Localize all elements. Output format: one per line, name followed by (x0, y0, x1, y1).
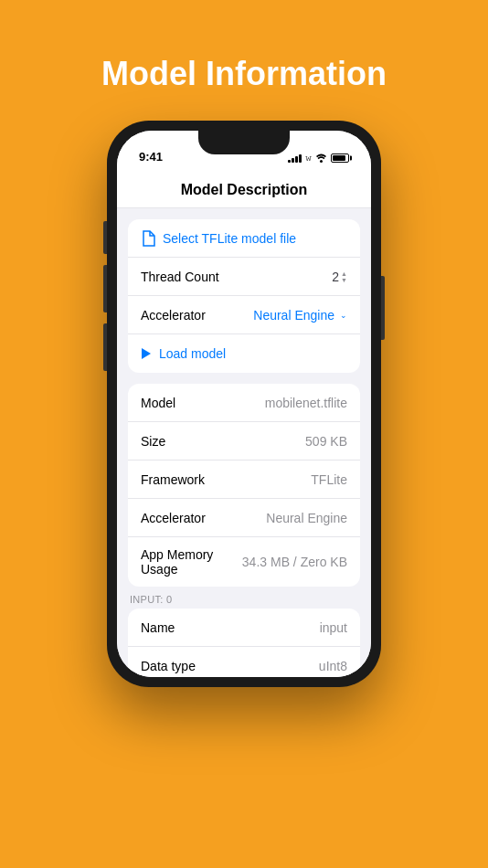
power-button (381, 276, 385, 340)
thread-count-stepper[interactable]: ▲ ▼ (341, 270, 347, 283)
select-file-label: Select TFLite model file (163, 231, 296, 246)
file-icon (141, 230, 155, 247)
memory-value: 34.3 MB / Zero KB (242, 555, 347, 569)
input-name-value: input (320, 620, 347, 635)
load-model-row[interactable]: Load model (128, 334, 360, 373)
size-row: Size 509 KB (128, 422, 360, 460)
play-icon (141, 347, 152, 360)
thread-count-label: Thread Count (141, 270, 332, 284)
model-label: Model (141, 396, 265, 410)
load-model-label: Load model (159, 346, 226, 361)
vol-down-button (103, 323, 107, 371)
info-card: Model mobilenet.tflite Size 509 KB Frame… (128, 384, 360, 587)
chevron-down-icon: ⌄ (340, 311, 347, 320)
framework-label: Framework (141, 472, 311, 487)
accelerator-value: Neural Engine ⌄ (253, 308, 347, 323)
vol-up-button (103, 265, 107, 312)
accelerator-label: Accelerator (141, 308, 253, 323)
screen-content: Model Description Select TFLite model fi… (117, 171, 371, 677)
info-accelerator-value: Neural Engine (266, 511, 347, 525)
input-datatype-row: Data type uInt8 (128, 647, 360, 677)
signal-icon (288, 153, 302, 163)
nav-title: Model Description (132, 182, 356, 198)
settings-card: Select TFLite model file Thread Count 2 … (128, 219, 360, 373)
input-card: Name input Data type uInt8 Shape [1, 128… (128, 609, 360, 677)
model-value: mobilenet.tflite (265, 396, 347, 410)
wifi-icon: 𝚠 (305, 153, 312, 164)
size-value: 509 KB (305, 434, 347, 449)
info-accelerator-row: Accelerator Neural Engine (128, 499, 360, 537)
model-row: Model mobilenet.tflite (128, 384, 360, 422)
status-time: 9:41 (139, 150, 163, 164)
framework-row: Framework TFLite (128, 460, 360, 499)
accelerator-row[interactable]: Accelerator Neural Engine ⌄ (128, 296, 360, 334)
battery-icon (331, 153, 349, 163)
status-icons: 𝚠 (288, 153, 349, 164)
page-title: Model Information (101, 55, 387, 93)
info-accelerator-label: Accelerator (141, 511, 266, 525)
thread-count-row: Thread Count 2 ▲ ▼ (128, 258, 360, 296)
input-datatype-label: Data type (141, 659, 319, 673)
thread-count-value: 2 (332, 270, 339, 284)
input-datatype-value: uInt8 (319, 659, 347, 673)
framework-value: TFLite (311, 472, 347, 487)
select-file-row[interactable]: Select TFLite model file (128, 219, 360, 258)
svg-point-0 (320, 160, 323, 163)
phone-mockup: 9:41 𝚠 (107, 121, 381, 687)
phone-screen: 9:41 𝚠 (117, 131, 371, 677)
input-name-label: Name (141, 620, 320, 635)
notch (198, 131, 290, 154)
nav-bar: Model Description (117, 171, 371, 208)
wifi-icon (315, 153, 327, 163)
input-section-header: INPUT: 0 (117, 587, 371, 609)
status-bar: 9:41 𝚠 (117, 131, 371, 171)
input-name-row: Name input (128, 609, 360, 647)
memory-row: App Memory Usage 34.3 MB / Zero KB (128, 537, 360, 587)
memory-label: App Memory Usage (141, 547, 242, 577)
size-label: Size (141, 434, 305, 449)
